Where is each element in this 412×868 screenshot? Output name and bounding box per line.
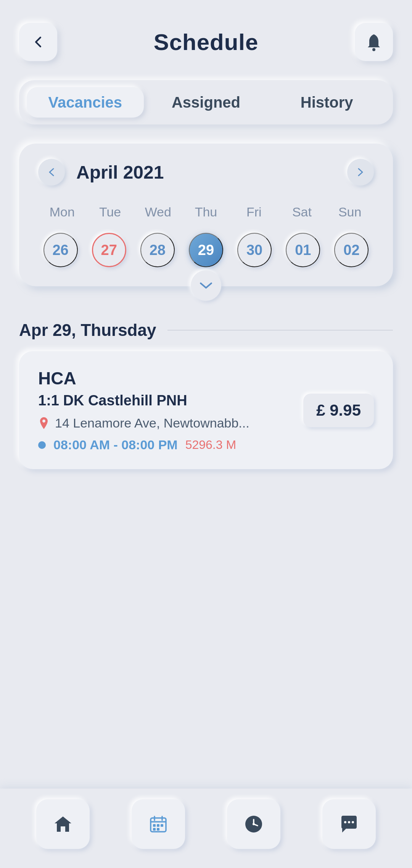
page-title: Schedule (154, 29, 259, 55)
header: Schedule (0, 0, 412, 73)
date-01[interactable]: 01 (286, 233, 320, 267)
day-label-wed: Wed (134, 201, 182, 223)
shift-location: 14 Lenamore Ave, Newtownabb... (38, 416, 292, 431)
nav-calendar-button[interactable] (132, 799, 185, 849)
nav-chat-button[interactable] (322, 799, 376, 849)
tab-history[interactable]: History (268, 87, 385, 118)
date-28[interactable]: 28 (140, 233, 175, 267)
date-02[interactable]: 02 (334, 233, 369, 267)
day-label-sun: Sun (326, 201, 374, 223)
date-30[interactable]: 30 (237, 233, 272, 267)
svg-point-0 (372, 48, 375, 51)
svg-rect-8 (153, 828, 156, 831)
calendar-month: April 2021 (76, 162, 336, 183)
day-label-tue: Tue (86, 201, 134, 223)
date-27[interactable]: 27 (92, 233, 126, 267)
location-icon (38, 416, 50, 430)
shift-subtitle: 1:1 DK Castlehill PNH (38, 392, 292, 409)
tab-vacancies[interactable]: Vacancies (27, 87, 144, 118)
shift-time-range: 08:00 AM - 08:00 PM (53, 437, 178, 452)
date-divider (167, 330, 393, 331)
calendar-icon (148, 814, 168, 834)
chat-icon (339, 814, 359, 834)
nav-home-button[interactable] (36, 799, 90, 849)
day-label-mon: Mon (38, 201, 86, 223)
shift-title: HCA (38, 368, 292, 389)
shift-info: HCA 1:1 DK Castlehill PNH 14 Lenamore Av… (38, 368, 292, 452)
selected-date-heading: Apr 29, Thursday (19, 321, 156, 340)
svg-rect-5 (153, 824, 156, 827)
calendar-nav: April 2021 (38, 159, 374, 186)
expand-calendar-button[interactable] (191, 270, 221, 301)
shift-card[interactable]: HCA 1:1 DK Castlehill PNH 14 Lenamore Av… (19, 351, 393, 469)
svg-point-15 (348, 821, 350, 823)
day-label-fri: Fri (230, 201, 278, 223)
day-label-sat: Sat (278, 201, 326, 223)
shift-address: 14 Lenamore Ave, Newtownabb... (55, 416, 249, 431)
time-indicator-dot (38, 441, 46, 449)
calendar-day-labels: Mon Tue Wed Thu Fri Sat Sun (38, 201, 374, 223)
day-label-thu: Thu (182, 201, 230, 223)
date-26[interactable]: 26 (43, 233, 78, 267)
prev-month-button[interactable] (38, 159, 65, 186)
svg-point-16 (352, 821, 354, 823)
svg-rect-9 (157, 828, 159, 831)
home-icon (53, 814, 73, 834)
calendar-card: April 2021 Mon Tue Wed Thu Fri Sat Sun 2… (19, 144, 393, 286)
shift-time: 08:00 AM - 08:00 PM 5296.3 M (38, 437, 292, 452)
bell-button[interactable] (355, 23, 393, 61)
bottom-nav (0, 789, 412, 868)
nav-clock-button[interactable] (227, 799, 280, 849)
svg-point-14 (344, 821, 346, 823)
shift-price: £ 9.95 (303, 394, 374, 427)
tabs-container: Vacancies Assigned History (19, 80, 393, 124)
svg-rect-6 (157, 824, 159, 827)
svg-rect-7 (161, 824, 163, 827)
date-heading-wrap: Apr 29, Thursday (19, 321, 393, 340)
shift-distance: 5296.3 M (185, 438, 236, 452)
date-29[interactable]: 29 (189, 233, 223, 267)
tab-assigned[interactable]: Assigned (148, 87, 265, 118)
expand-btn-wrap (19, 270, 393, 301)
clock-icon (244, 814, 264, 834)
svg-point-13 (253, 823, 255, 825)
back-button[interactable] (19, 23, 57, 61)
next-month-button[interactable] (347, 159, 374, 186)
